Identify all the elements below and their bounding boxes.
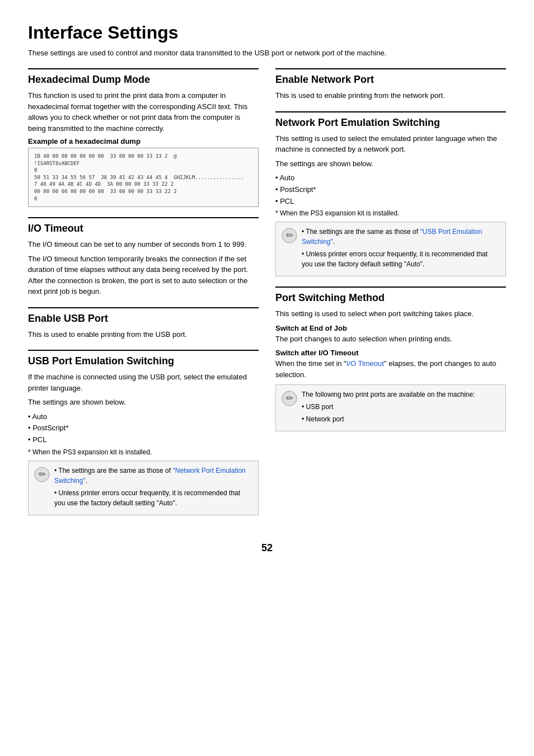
usb-note-item-1: The settings are the same as those of "N…: [54, 466, 252, 486]
section-enable-network: Enable Network Port This is used to enab…: [275, 68, 506, 101]
switch-end-of-job-label: Switch at End of Job: [275, 324, 506, 332]
network-emulation-link[interactable]: "Network Port Emulation Switching": [54, 467, 246, 485]
section-enable-usb: Enable USB Port This is used to enable p…: [28, 307, 259, 340]
net-note-item-2: Unless printer errors occur frequently, …: [302, 249, 500, 269]
port-switching-body: This setting is used to select when port…: [275, 308, 506, 320]
note-icon: ✏: [34, 467, 50, 482]
usb-emulation-body1: If the machine is connected using the US…: [28, 372, 259, 393]
enable-network-title: Enable Network Port: [275, 74, 506, 86]
hex-line-4: 7 48 49 4A 4B 4C 4D 4D 3A 00 00 00 33 33…: [34, 181, 252, 188]
hex-line-6: 0: [34, 195, 252, 203]
usb-emulation-title: USB Port Emulation Switching: [28, 355, 259, 367]
page-number: 52: [28, 542, 506, 554]
usb-bullet-pcl: PCL: [28, 434, 259, 446]
section-divider-net: [275, 68, 506, 69]
note-icon-2: ✏: [282, 228, 297, 243]
net-bullet-auto: Auto: [275, 172, 506, 184]
usb-emulation-note-box: ✏ The settings are the same as those of …: [28, 461, 259, 515]
note-icon-3: ✏: [282, 391, 297, 406]
usb-note-content: The settings are the same as those of "N…: [54, 466, 252, 510]
io-timeout-title: I/O Timeout: [28, 223, 259, 234]
network-emulation-title: Network Port Emulation Switching: [275, 117, 506, 129]
svg-text:✏: ✏: [286, 231, 294, 240]
usb-bullet-postscript: PostScript*: [28, 422, 259, 434]
net-bullet-postscript: PostScript*: [275, 184, 506, 196]
usb-note-item-2: Unless printer errors occur frequently, …: [54, 488, 252, 508]
port-switching-note-box: ✏ The following two print ports are avai…: [275, 384, 506, 431]
usb-bullet-auto: Auto: [28, 411, 259, 423]
section-io-timeout: I/O Timeout The I/O timeout can be set t…: [28, 217, 259, 297]
network-emulation-body2: The settings are shown below.: [275, 158, 506, 170]
usb-emulation-body2: The settings are shown below.: [28, 397, 259, 408]
network-note-content: The settings are the same as those of "U…: [302, 227, 500, 271]
hex-line-5: 00 00 00 00 00 00 00 00 33 00 00 00 33 3…: [34, 188, 252, 195]
hex-line-2: 0: [34, 167, 252, 174]
io-timeout-link[interactable]: I/O Timeout: [346, 359, 384, 368]
pencil-icon: ✏: [34, 467, 50, 482]
port-note-usb: USB port: [302, 402, 475, 412]
usb-emulation-link[interactable]: "USB Port Emulation Switching": [302, 228, 482, 246]
pencil-icon-3: ✏: [282, 391, 297, 406]
hex-dump-box: 1B 40 00 00 00 00 00 00 33 00 00 00 33 3…: [28, 148, 259, 207]
switch-end-of-job-body: The port changes to auto selection when …: [275, 334, 506, 345]
hex-line-3: 50 51 33 34 55 56 57 38 39 41 42 43 44 4…: [34, 174, 252, 181]
page-title: Interface Settings: [28, 22, 506, 43]
right-column: Enable Network Port This is used to enab…: [275, 68, 506, 525]
switch-after-io-body: When the time set in "I/O Timeout" elaps…: [275, 358, 506, 380]
section-divider: [28, 68, 259, 69]
network-emulation-note-box: ✏ The settings are the same as those of …: [275, 222, 506, 276]
network-emulation-footnote: * When the PS3 expansion kit is installe…: [275, 209, 506, 217]
usb-emulation-footnote: * When the PS3 expansion kit is installe…: [28, 448, 259, 456]
section-divider-usb-em: [28, 350, 259, 351]
hex-line-1: 1B 40 00 00 00 00 00 00 33 00 00 00 33 3…: [34, 153, 252, 167]
switch-after-io-label: Switch after I/O Timeout: [275, 349, 506, 357]
section-divider-port: [275, 287, 506, 288]
usb-emulation-bullets: Auto PostScript* PCL: [28, 411, 259, 446]
hex-dump-example-label: Example of a hexadecimal dump: [28, 137, 259, 145]
enable-usb-title: Enable USB Port: [28, 313, 259, 325]
port-switching-title: Port Switching Method: [275, 292, 506, 304]
net-note-item-1: The settings are the same as those of "U…: [302, 227, 500, 247]
svg-text:✏: ✏: [286, 393, 294, 403]
hex-dump-title: Hexadecimal Dump Mode: [28, 74, 259, 86]
net-bullet-pcl: PCL: [275, 196, 506, 208]
left-column: Hexadecimal Dump Mode This function is u…: [28, 68, 259, 525]
section-divider-usb: [28, 307, 259, 308]
page-subtitle: These settings are used to control and m…: [28, 49, 506, 57]
io-timeout-body2: The I/O timeout function temporarily bre…: [28, 253, 259, 297]
port-note-text: The following two print ports are availa…: [302, 391, 475, 398]
network-emulation-bullets: Auto PostScript* PCL: [275, 172, 506, 207]
hex-dump-body: This function is used to print the print…: [28, 90, 259, 134]
section-usb-emulation: USB Port Emulation Switching If the mach…: [28, 350, 259, 515]
section-network-emulation: Network Port Emulation Switching This se…: [275, 111, 506, 277]
two-column-layout: Hexadecimal Dump Mode This function is u…: [28, 68, 506, 525]
svg-text:✏: ✏: [39, 469, 46, 479]
section-divider-io: [28, 217, 259, 218]
port-note-network: Network port: [302, 414, 475, 424]
section-divider-net-em: [275, 111, 506, 112]
network-emulation-body1: This setting is used to select the emula…: [275, 133, 506, 155]
enable-usb-body: This is used to enable printing from the…: [28, 329, 259, 340]
pencil-icon-2: ✏: [282, 228, 297, 243]
section-hex-dump: Hexadecimal Dump Mode This function is u…: [28, 68, 259, 207]
section-port-switching: Port Switching Method This setting is us…: [275, 287, 506, 431]
port-note-content: The following two print ports are availa…: [302, 389, 475, 426]
io-timeout-body1: The I/O timeout can be set to any number…: [28, 239, 259, 250]
enable-network-body: This is used to enable printing from the…: [275, 90, 506, 101]
